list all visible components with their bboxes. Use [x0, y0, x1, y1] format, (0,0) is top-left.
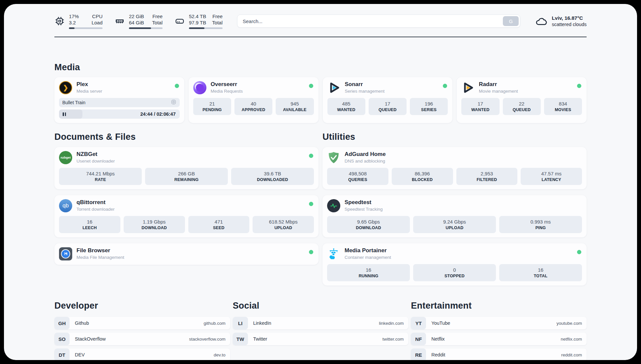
stat-value: 485 [329, 101, 364, 107]
bookmark-twitter[interactable]: TW Twitter twitter.com [233, 333, 409, 345]
bookmark-youtube[interactable]: YT YouTube youtube.com [411, 317, 587, 329]
ram-total-label: Total [152, 19, 163, 26]
stat-value: 16 [501, 267, 581, 273]
weather-location-temp: Lviv, 16.87°C [552, 15, 587, 21]
filebrowser-card[interactable]: File Browser Media File Management [54, 243, 319, 265]
stat-tile: 17QUEUED [369, 98, 407, 115]
bookmark-name: Netflix [431, 336, 444, 342]
bookmark-url: dev.to [214, 352, 226, 357]
overseerr-icon [193, 81, 206, 94]
stat-label: QUEUED [370, 107, 405, 113]
stat-tile: 40APPROVED [234, 98, 272, 115]
media-grid: ❯ Plex Media server Bullet Train [54, 77, 587, 123]
playback-time: 24:44 / 02:06:47 [140, 111, 176, 117]
playback-progress-bar[interactable]: 24:44 / 02:06:47 [59, 109, 180, 119]
stat-tile: 9.24 GbpsUPLOAD [413, 216, 496, 233]
stat-label: UPLOAD [254, 225, 313, 231]
speedtest-card[interactable]: Speedtest Speedtest Tracking 9.65 GbpsDO… [322, 195, 587, 237]
entertainment-links-column: Entertainment YT YouTube youtube.com NF … [411, 301, 587, 360]
weather-condition: scattered clouds [552, 21, 587, 28]
dev-badge: DT [54, 349, 70, 360]
search-input[interactable] [237, 15, 520, 28]
app-title: Radarr [479, 81, 518, 88]
portainer-card[interactable]: Media Portainer Container management 16R… [322, 243, 587, 286]
app-subtitle: DNS and adblocking [345, 158, 386, 164]
disk-total-label: Total [212, 19, 223, 26]
stat-label: SEED [190, 225, 248, 231]
app-title: Sonarr [345, 81, 385, 88]
bookmark-name: LinkedIn [253, 320, 271, 326]
stackoverflow-badge: SO [54, 333, 70, 345]
radarr-card[interactable]: Radarr Movie management 17WANTED 22QUEUE… [457, 77, 587, 123]
bookmark-github[interactable]: GH Github github.com [54, 317, 230, 329]
stat-tile: 471SEED [188, 216, 250, 233]
app-subtitle: Media File Management [76, 255, 124, 260]
qbittorrent-card[interactable]: qb qBittorrent Torrent downloader 16LEEC… [54, 195, 319, 237]
app-title: Plex [76, 81, 102, 88]
bookmark-reddit[interactable]: RE Reddit reddit.com [411, 349, 587, 360]
pause-icon [63, 112, 66, 116]
adguard-card[interactable]: AdGuard Home DNS and adblocking 498,508Q… [322, 147, 587, 189]
stat-value: 21 [195, 101, 230, 107]
stat-value: 0.993 ms [501, 219, 581, 225]
ram-icon [114, 16, 125, 26]
app-subtitle: Speedtest Tracking [345, 206, 383, 212]
cpu-load: 3.2 [69, 19, 76, 26]
stat-label: STOPPED [414, 273, 495, 279]
status-online-dot [309, 250, 313, 254]
stat-value: 16 [328, 267, 409, 273]
weather-widget[interactable]: Lviv, 16.87°C scattered clouds [535, 15, 587, 28]
stat-label: RATE [60, 177, 140, 183]
disk-total: 97.9 TB [189, 19, 206, 26]
stat-tile: 266 GBREMAINING [145, 168, 228, 185]
stat-tile: 39.6 TBDOWNLOADED [231, 168, 314, 185]
disk-progress-bar [189, 27, 223, 29]
stat-tile: 9.65 GbpsDOWNLOAD [327, 216, 410, 233]
stat-tile: 485WANTED [327, 98, 365, 115]
bookmark-name: Twitter [253, 336, 267, 342]
stat-label: DOWNLOADED [232, 177, 313, 183]
nzbget-card[interactable]: nzbget NZBGet Usenet downloader 744.21 M… [54, 147, 319, 189]
dashboard-panel: 17%CPU 3.2Load 22 GiBFree [4, 4, 637, 360]
reddit-badge: RE [411, 349, 426, 360]
stat-tile: 17WANTED [461, 98, 499, 115]
stat-value: 39.6 TB [232, 170, 313, 177]
stat-value: 266 GB [146, 170, 227, 177]
overseerr-card[interactable]: Overseerr Media Requests 21PENDING 40APP… [189, 77, 319, 123]
bookmark-stackoverflow[interactable]: SO StackOverflow stackoverflow.com [54, 333, 230, 345]
developer-links-column: Developer GH Github github.com SO StackO… [54, 301, 230, 360]
ram-total: 64 GiB [129, 19, 144, 26]
netflix-badge: NF [411, 333, 426, 345]
stat-value: 17 [370, 101, 405, 107]
utilities-column: Utilities AdGuard Home [322, 132, 587, 286]
stat-tile: 498,508QUERIES [327, 168, 388, 185]
bookmark-url: github.com [204, 321, 226, 326]
app-subtitle: Container management [345, 255, 391, 260]
header-divider [54, 37, 587, 37]
documents-section-heading: Documents & Files [54, 132, 319, 142]
stat-label: FILTERED [458, 177, 516, 183]
stat-value: 40 [236, 101, 271, 107]
disk-icon [174, 16, 185, 26]
social-links-column: Social LI LinkedIn linkedin.com TW Twitt… [233, 301, 409, 360]
app-title: File Browser [76, 247, 124, 254]
adguard-icon [327, 151, 340, 164]
bookmark-dev[interactable]: DT DEV dev.to [54, 349, 230, 360]
stat-value: 47.57 ms [522, 170, 581, 177]
stat-tile: 945AVAILABLE [276, 98, 314, 115]
app-title: qBittorrent [76, 199, 115, 206]
stat-value: 744.21 Mbps [60, 170, 140, 177]
ram-free-label: Free [152, 13, 163, 19]
search-engine-button[interactable]: G [503, 16, 519, 26]
stat-value: 2,953 [458, 170, 516, 177]
plex-card[interactable]: ❯ Plex Media server Bullet Train [54, 77, 184, 123]
nzbget-icon: nzbget [59, 151, 72, 164]
bookmark-linkedin[interactable]: LI LinkedIn linkedin.com [233, 317, 409, 329]
stat-label: PENDING [195, 107, 230, 113]
stat-value: 16 [60, 219, 119, 225]
app-title: NZBGet [76, 151, 115, 158]
stat-value: 1.19 Gbps [125, 219, 184, 225]
ram-free: 22 GiB [129, 13, 144, 19]
bookmark-netflix[interactable]: NF Netflix netflix.com [411, 333, 587, 345]
sonarr-card[interactable]: Sonarr Series management 485WANTED 17QUE… [323, 77, 453, 123]
